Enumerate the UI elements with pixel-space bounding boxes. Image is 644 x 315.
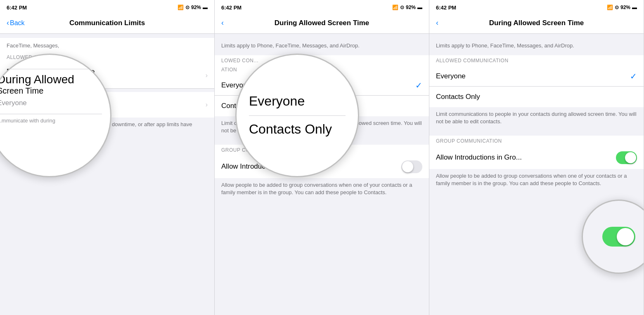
magnify-toggle-knob-3 [617, 228, 634, 245]
status-icons-3: 📶 ⊙ 92% ▬ [607, 5, 637, 10]
time-3: 6:42 PM [436, 5, 456, 11]
status-bar-3: 6:42 PM 📶 ⊙ 92% ▬ [429, 0, 644, 13]
panel-during-allowed-3: 6:42 PM 📶 ⊙ 92% ▬ ‹ During Allowed Scree… [429, 0, 644, 315]
battery-1: 92% [191, 5, 201, 10]
signal-icon-3: ⊙ [615, 5, 619, 10]
allow-groups-toggle-2[interactable] [401, 160, 422, 173]
back-chevron-1: ‹ [7, 19, 9, 27]
back-label-1: Back [10, 19, 25, 27]
status-icons-2: 📶 ⊙ 92% ▬ [392, 5, 422, 10]
limits-desc-3: Limits apply to Phone, FaceTime, Message… [429, 38, 644, 52]
contacts-desc-3: Limit communications to people in your c… [429, 107, 644, 132]
mag-title-1a: During Allowed [0, 73, 102, 86]
wifi-icon-3: 📶 [607, 5, 613, 10]
battery-3: 92% [620, 5, 630, 10]
section-header-3: ALLOWED COMMUNICATION [436, 58, 637, 63]
battery-icon-1: ▬ [203, 5, 208, 10]
everyone-label-3: Everyone [436, 72, 466, 80]
contacts-only-row-3[interactable]: Contacts Only [429, 87, 644, 107]
back-button-1[interactable]: ‹ Back [7, 19, 25, 27]
wifi-icon-2: 📶 [392, 5, 398, 10]
groups-desc-2: Allow people to be added to group conver… [215, 178, 429, 203]
checkmark-3: ✓ [630, 71, 637, 81]
magnify-overlay-1: ATION During Allowed Screen Time Everyon… [0, 54, 111, 177]
checkmark-2: ✓ [415, 80, 422, 90]
status-bar-1: 6:42 PM 📶 ⊙ 92% ▬ [0, 0, 214, 13]
magnify-overlay-2: Everyone Contacts Only [235, 54, 359, 177]
battery-2: 92% [406, 5, 416, 10]
nav-bar-1: ‹ Back Communication Limits [0, 13, 214, 34]
limits-desc-2: Limits apply to Phone, FaceTime, Message… [215, 38, 429, 52]
chevron-icon-1: › [206, 72, 208, 79]
time-1: 6:42 PM [7, 5, 27, 11]
panel-communication-limits: 6:42 PM 📶 ⊙ 92% ▬ ‹ Back Communication L… [0, 0, 215, 315]
back-button-3[interactable]: ‹ [436, 19, 438, 27]
mag-contacts-2: Contacts Only [249, 122, 332, 137]
group-header-3: GROUP COMMUNICATION [436, 138, 637, 144]
battery-icon-3: ▬ [632, 5, 637, 10]
status-icons-1: 📶 ⊙ 92% ▬ [178, 5, 208, 10]
nav-bar-3: ‹ During Allowed Screen Time [429, 13, 644, 34]
nav-title-1: Communication Limits [69, 19, 145, 27]
time-2: 6:42 PM [221, 5, 242, 11]
wifi-icon-1: 📶 [178, 5, 184, 10]
back-chevron-3: ‹ [436, 19, 438, 27]
signal-icon-1: ⊙ [185, 5, 189, 10]
everyone-row-3[interactable]: Everyone ✓ [429, 66, 644, 87]
nav-bar-2: ‹ During Allowed Screen Time [215, 13, 429, 34]
mag-sub-1: Everyone [0, 99, 102, 107]
signal-icon-2: ⊙ [400, 5, 404, 10]
nav-title-3: During Allowed Screen Time [489, 19, 584, 27]
card-groups-3: Allow Introductions in Gro... [429, 146, 644, 169]
groups-desc-3: Allow people to be added to group conver… [429, 169, 644, 194]
toggle-knob-2 [402, 161, 413, 172]
allow-groups-toggle-3[interactable] [616, 151, 637, 164]
magnify-toggle-3 [602, 227, 635, 247]
status-bar-2: 6:42 PM 📶 ⊙ 92% ▬ [215, 0, 429, 13]
intro-desc-1: FaceTime, Messages, [0, 38, 214, 52]
card-everyone-3: Everyone ✓ Contacts Only [429, 66, 644, 107]
mag-everyone-2: Everyone [249, 94, 305, 108]
magnify-content-1: ATION During Allowed Screen Time Everyon… [0, 55, 110, 176]
magnify-toggle-container [583, 201, 644, 273]
mag-label-1: ATION [0, 63, 102, 68]
nav-title-2: During Allowed Screen Time [275, 19, 369, 27]
panel-during-allowed-2: 6:42 PM 📶 ⊙ 92% ▬ ‹ During Allowed Scree… [215, 0, 429, 315]
allow-groups-label-3: Allow Introductions in Gro... [436, 153, 522, 162]
battery-icon-2: ▬ [417, 5, 422, 10]
chevron-icon-2: › [206, 101, 208, 108]
mag-title-1b: Screen Time [0, 86, 102, 96]
contacts-only-label-3: Contacts Only [436, 93, 480, 101]
back-button-2[interactable]: ‹ [221, 19, 224, 27]
allow-groups-row-3[interactable]: Allow Introductions in Gro... [429, 146, 644, 169]
back-chevron-2: ‹ [221, 19, 224, 27]
mag-sub-2: ...mmunicate with during [0, 118, 102, 124]
toggle-knob-3 [625, 152, 636, 163]
